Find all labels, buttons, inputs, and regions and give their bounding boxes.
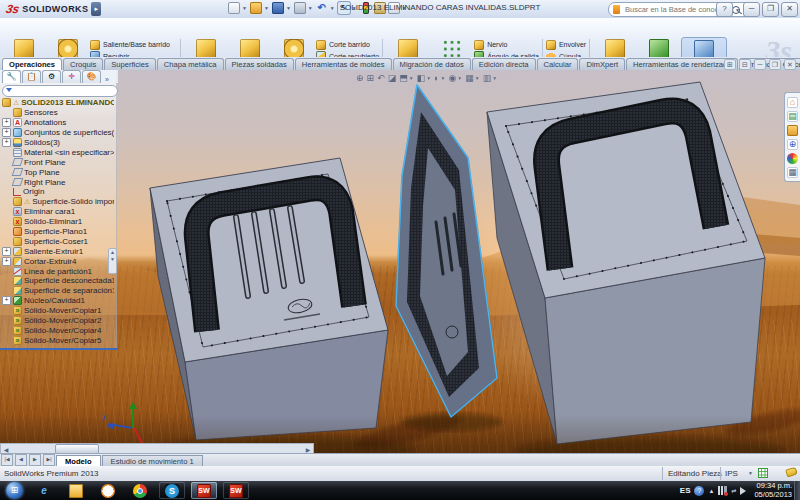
- search-pane-icon[interactable]: ⊕: [787, 139, 798, 150]
- taskbar-solidworks-active[interactable]: SW: [191, 482, 217, 499]
- hud-icon[interactable]: ⊕: [356, 73, 364, 83]
- command-tab[interactable]: Croquis: [63, 58, 103, 70]
- taskbar-windows-explorer[interactable]: [63, 482, 89, 499]
- tree-item[interactable]: + ⚠ Núcleo/Cavidad1: [2, 296, 114, 306]
- command-tab[interactable]: Edición directa: [472, 58, 536, 70]
- scroll-left-icon[interactable]: ◀: [1, 446, 11, 453]
- caret-icon[interactable]: ▼: [457, 75, 462, 81]
- tree-item[interactable]: + ⚠ Sólido-Mover/Copiar5: [2, 335, 114, 345]
- command-tab[interactable]: Herramientas de moldes: [295, 58, 392, 70]
- hud-icon[interactable]: ▦: [465, 73, 474, 83]
- expand-toggle-icon[interactable]: +: [2, 247, 11, 256]
- caret-icon[interactable]: ▼: [426, 75, 431, 81]
- tree-item[interactable]: + ⚠ Superficie-Sólido import: [2, 197, 114, 207]
- next-tab-icon[interactable]: ▶: [29, 454, 41, 466]
- ribbon-small-button[interactable]: Saliente/Base barrido: [90, 39, 177, 50]
- tree-scrollbar[interactable]: ▲▼: [108, 248, 117, 274]
- hud-button[interactable]: ▥ ▼: [483, 73, 497, 83]
- tree-item[interactable]: + ⚠ Superficie-Coser1: [2, 236, 114, 246]
- taskbar-internet-explorer[interactable]: e: [31, 482, 57, 499]
- caret-icon[interactable]: ▼: [409, 75, 414, 81]
- tree-item[interactable]: + ⚠ Eliminar cara1: [2, 207, 114, 217]
- hud-button[interactable]: ⊕ ▼: [356, 73, 364, 83]
- hud-button[interactable]: ▦ ▼: [465, 73, 479, 83]
- hud-icon[interactable]: ⊞: [367, 73, 375, 83]
- hud-icon[interactable]: ⬒: [399, 73, 408, 83]
- prev-tab-icon[interactable]: ◀: [15, 454, 27, 466]
- command-tab[interactable]: DimXpert: [579, 58, 625, 70]
- hud-button[interactable]: ◐ ▼: [434, 73, 445, 83]
- taskbar-chrome[interactable]: [127, 482, 153, 499]
- tree-item[interactable]: + ⚠ Origin: [2, 187, 114, 197]
- dimxpertmanager-tab-icon[interactable]: ✛: [62, 70, 81, 83]
- language-indicator[interactable]: ES: [680, 486, 691, 495]
- caret-icon[interactable]: ▼: [264, 5, 269, 11]
- command-tab[interactable]: Migración de datos: [393, 58, 471, 70]
- start-button[interactable]: ⊞: [6, 482, 23, 499]
- show-desktop-button[interactable]: [794, 481, 800, 500]
- featuremanager-tab-icon[interactable]: 🔧: [2, 70, 21, 83]
- first-tab-icon[interactable]: |◀: [1, 454, 13, 466]
- tree-item[interactable]: + ⚠ Sólidos(3): [2, 138, 114, 148]
- sync-icon[interactable]: ⇄: [731, 487, 736, 494]
- command-tab[interactable]: Calcular: [537, 58, 579, 70]
- doc-close-icon[interactable]: ✕: [784, 59, 796, 70]
- tree-item[interactable]: + ⚠ Annotations: [2, 118, 114, 128]
- open-icon[interactable]: [250, 2, 262, 14]
- filter-input[interactable]: [14, 86, 114, 96]
- tree-item[interactable]: + ⚠ Sólido-Mover/Copiar4: [2, 325, 114, 335]
- hud-icon[interactable]: ◧: [417, 73, 426, 83]
- taskbar-skype[interactable]: [159, 482, 185, 499]
- appearances-icon[interactable]: [787, 153, 798, 164]
- tree-root-item[interactable]: ⚠ SOLID2013 ELIMINANDO CA: [2, 98, 114, 108]
- hud-icon[interactable]: ◉: [448, 73, 456, 83]
- last-tab-icon[interactable]: ▶|: [43, 454, 55, 466]
- graphics-viewport[interactable]: ⊕ ▼ ⊞ ▼ ↶ ▼ ◪ ▼ ⬒ ▼ ◧ ▼ ◐ ▼ ◉ ▼: [0, 70, 800, 455]
- taskbar-solidworks[interactable]: SW: [223, 482, 249, 499]
- file-explorer-icon[interactable]: [787, 125, 798, 136]
- left-mold-block[interactable]: [150, 158, 388, 440]
- tree-item[interactable]: + ⚠ Top Plane: [2, 167, 114, 177]
- status-tag-icon[interactable]: [785, 466, 798, 477]
- hud-button[interactable]: ◪ ▼: [388, 73, 397, 83]
- tree-item[interactable]: + ⚠ Sólido-Eliminar1: [2, 217, 114, 227]
- tree-item[interactable]: + ⚠ Right Plane: [2, 177, 114, 187]
- ribbon-small-button[interactable]: Envolver: [546, 39, 586, 50]
- command-tab[interactable]: Piezas soldadas: [225, 58, 294, 70]
- tree-item[interactable]: + ⚠ Sólido-Mover/Copiar2: [2, 316, 114, 326]
- hud-button[interactable]: ↶ ▼: [377, 73, 385, 83]
- menu-flyout-icon[interactable]: ▸: [91, 2, 101, 16]
- network-icon[interactable]: [718, 486, 727, 495]
- speaker-icon[interactable]: [740, 487, 750, 495]
- caret-icon[interactable]: ▼: [748, 470, 753, 476]
- solidworks-menu-button[interactable]: 3s SOLIDWORKS ▸: [2, 1, 105, 16]
- expand-toggle-icon[interactable]: +: [2, 296, 11, 305]
- hud-button[interactable]: ⊞ ▼: [367, 73, 375, 83]
- doc-tile-icon[interactable]: ⊞: [724, 59, 736, 70]
- command-tab[interactable]: Operaciones: [2, 58, 62, 70]
- tree-item[interactable]: + ⚠ Superficie desconectada1: [2, 276, 114, 286]
- command-tab[interactable]: Herramientas de renderizado: [626, 58, 738, 70]
- hidden-icons-arrow[interactable]: ▲: [708, 488, 714, 494]
- tree-item[interactable]: + ⚠ Front Plane: [2, 157, 114, 167]
- tab-overflow-chevron[interactable]: »: [105, 76, 109, 83]
- tree-item[interactable]: + ⚠ Línea de partición1: [2, 266, 114, 276]
- help-button[interactable]: ?: [716, 2, 733, 17]
- expand-toggle-icon[interactable]: +: [2, 128, 11, 137]
- tree-item[interactable]: + ⚠ Sólido-Mover/Copiar1: [2, 306, 114, 316]
- scroll-right-icon[interactable]: ▶: [303, 446, 313, 453]
- command-tab[interactable]: Superficies: [104, 58, 156, 70]
- restore-button[interactable]: ❐: [762, 2, 779, 17]
- caret-icon[interactable]: ▼: [441, 75, 446, 81]
- tree-item[interactable]: + ⚠ Saliente-Extruir1: [2, 246, 114, 256]
- solidworks-resources-icon[interactable]: ⌂: [787, 97, 798, 108]
- search-input[interactable]: [623, 4, 729, 15]
- ribbon-small-button[interactable]: Corte barrido: [316, 39, 379, 50]
- caret-icon[interactable]: ▼: [492, 75, 497, 81]
- tree-item[interactable]: + ⚠ Conjuntos de superficies(3): [2, 128, 114, 138]
- caret-icon[interactable]: ▼: [242, 5, 247, 11]
- help-tray-icon[interactable]: ?: [694, 486, 704, 496]
- expand-toggle-icon[interactable]: +: [2, 257, 11, 266]
- hud-icon[interactable]: ◪: [388, 73, 397, 83]
- close-button[interactable]: ✕: [781, 2, 798, 17]
